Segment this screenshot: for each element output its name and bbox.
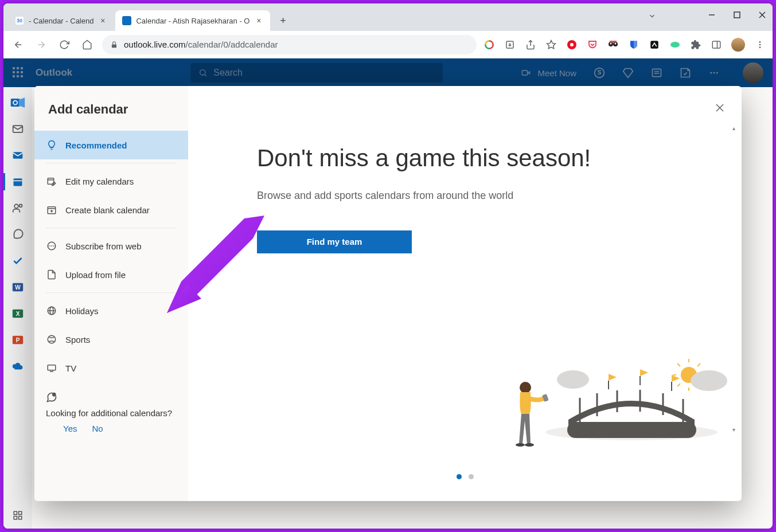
forward-button[interactable] — [33, 37, 49, 53]
svg-rect-21 — [712, 41, 720, 48]
file-icon — [46, 269, 57, 280]
home-button[interactable] — [79, 37, 95, 53]
gcal-favicon: 30 — [15, 16, 24, 25]
svg-rect-56 — [14, 517, 17, 519]
sidebar-item-label: Holidays — [65, 306, 99, 316]
svg-point-46 — [14, 204, 18, 208]
svg-rect-55 — [19, 511, 22, 514]
close-window-button[interactable] — [756, 9, 768, 21]
sidebar-item-create[interactable]: Create blank calendar — [34, 195, 188, 224]
sidebar-item-label: Upload from file — [65, 270, 126, 280]
browser-toolbar: outlook.live.com/calendar/0/addcalendar — [3, 31, 773, 58]
modal-title: Add calendar — [34, 97, 188, 131]
sidebar-item-edit[interactable]: Edit my calendars — [34, 167, 188, 195]
modal-sidebar: Add calendar Recommended Edit my calenda… — [34, 86, 188, 501]
svg-point-20 — [670, 42, 680, 48]
find-my-team-button[interactable]: Find my team — [257, 230, 412, 253]
svg-rect-44 — [14, 178, 22, 186]
svg-text:!: ! — [53, 393, 54, 397]
sports-illustration — [494, 358, 712, 449]
feedback-no-link[interactable]: No — [92, 424, 103, 433]
scrollbar[interactable]: ▴ ▾ — [734, 125, 738, 432]
extension-icon-3[interactable] — [607, 39, 619, 50]
svg-point-86 — [557, 370, 589, 389]
tv-icon — [46, 362, 57, 374]
reload-button[interactable] — [56, 37, 72, 53]
rail-excel-icon[interactable]: X — [3, 300, 32, 327]
svg-rect-57 — [19, 517, 22, 519]
sidebar-item-recommended[interactable]: Recommended — [34, 131, 188, 159]
content-subtitle: Browse and add sports calendars from aro… — [257, 190, 707, 202]
svg-text:W: W — [15, 284, 21, 291]
sidebar-item-upload[interactable]: Upload from file — [34, 260, 188, 289]
extensions-menu-icon[interactable] — [690, 39, 701, 50]
rail-mail-filled-icon[interactable] — [3, 142, 32, 169]
address-bar[interactable]: outlook.live.com/calendar/0/addcalendar — [102, 35, 477, 54]
back-button[interactable] — [10, 37, 26, 53]
close-tab-icon[interactable]: × — [98, 16, 107, 25]
rail-onedrive-icon[interactable] — [3, 353, 32, 380]
sidebar-item-tv[interactable]: TV — [34, 354, 188, 382]
side-panel-icon[interactable] — [711, 39, 722, 50]
sports-icon — [46, 334, 57, 345]
rail-word-icon[interactable]: W — [3, 274, 32, 300]
rail-calendar-icon[interactable] — [3, 169, 32, 195]
svg-marker-95 — [609, 374, 617, 381]
sidebar-item-label: Subscribe from web — [65, 241, 142, 251]
maximize-button[interactable] — [731, 9, 743, 21]
svg-point-25 — [759, 46, 761, 48]
pocket-icon[interactable] — [587, 39, 598, 50]
tab-title: - Calendar - Calend — [29, 17, 93, 25]
extension-icon-1[interactable] — [566, 39, 578, 50]
rail-todo-icon[interactable] — [3, 248, 32, 274]
svg-point-47 — [20, 204, 22, 207]
share-icon[interactable] — [525, 39, 536, 50]
sidebar-item-holidays[interactable]: Holidays — [34, 296, 188, 325]
google-icon[interactable] — [483, 39, 495, 50]
browser-tab-0[interactable]: 30 - Calendar - Calend × — [8, 10, 114, 31]
pager-dot-2[interactable] — [469, 474, 474, 479]
install-icon[interactable] — [504, 39, 516, 50]
svg-marker-97 — [640, 369, 648, 376]
svg-point-24 — [759, 44, 761, 45]
sidebar-item-subscribe[interactable]: Subscribe from web — [34, 232, 188, 260]
bitwarden-icon[interactable] — [628, 39, 639, 50]
browser-tab-1[interactable]: Calendar - Atish Rajasekharan - O × — [115, 10, 270, 31]
extension-icon-5[interactable] — [649, 39, 660, 50]
rail-mail-icon[interactable] — [3, 116, 32, 142]
minimize-button[interactable] — [706, 9, 717, 21]
svg-rect-70 — [48, 365, 56, 370]
browser-menu-icon[interactable] — [754, 39, 766, 50]
rail-apps-icon[interactable] — [3, 502, 32, 529]
modal-content: Don't miss a game this season! Browse an… — [188, 86, 742, 501]
svg-marker-99 — [672, 375, 680, 382]
svg-point-101 — [520, 382, 531, 393]
rail-outlook-logo[interactable] — [3, 89, 32, 116]
left-rail: W X P — [3, 87, 32, 529]
add-calendar-modal: Add calendar Recommended Edit my calenda… — [34, 86, 742, 501]
carousel-pager — [457, 474, 474, 479]
feedback-yes-link[interactable]: Yes — [63, 424, 77, 433]
scroll-down-icon[interactable]: ▾ — [732, 427, 738, 432]
bookmark-star-icon[interactable] — [545, 39, 557, 50]
tabs-dropdown-icon[interactable] — [646, 10, 658, 22]
svg-line-84 — [677, 384, 680, 386]
svg-point-85 — [691, 370, 727, 391]
rail-powerpoint-icon[interactable]: P — [3, 327, 32, 353]
svg-point-16 — [610, 42, 612, 44]
new-tab-button[interactable]: + — [275, 13, 291, 29]
web-icon — [46, 240, 57, 252]
rail-files-icon[interactable] — [3, 221, 32, 248]
sidebar-item-sports[interactable]: Sports — [34, 325, 188, 354]
close-tab-icon[interactable]: × — [254, 16, 263, 25]
scroll-up-icon[interactable]: ▴ — [732, 125, 738, 131]
svg-point-41 — [14, 101, 17, 104]
svg-rect-6 — [112, 44, 116, 48]
pager-dot-1[interactable] — [457, 474, 462, 479]
modal-close-button[interactable] — [711, 99, 729, 117]
rail-people-icon[interactable] — [3, 195, 32, 221]
profile-avatar[interactable] — [731, 38, 745, 52]
url-text: outlook.live.com/calendar/0/addcalendar — [124, 40, 469, 49]
extension-icon-6[interactable] — [669, 39, 681, 50]
lock-icon — [110, 41, 118, 49]
